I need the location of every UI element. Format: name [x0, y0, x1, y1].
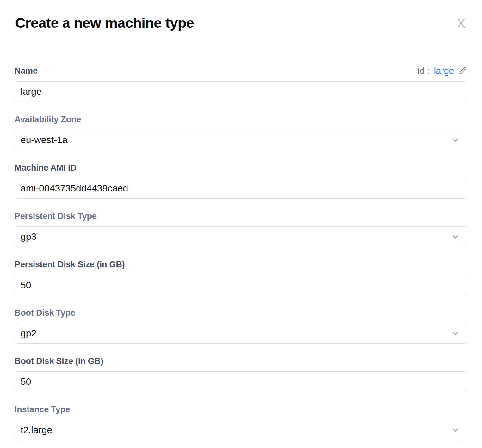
boot-disk-type-label: Boot Disk Type [15, 308, 75, 318]
instance-type-select[interactable]: t2.large [15, 420, 467, 440]
name-input[interactable] [15, 81, 467, 102]
field-row-name: Name Id : large [15, 66, 467, 102]
id-value: large [434, 66, 454, 76]
availability-zone-label: Availability Zone [15, 115, 81, 124]
field-row-boot-disk-size: Boot Disk Size (in GB) [15, 356, 467, 392]
persistent-disk-type-value: gp3 [21, 231, 451, 242]
field-row-persistent-disk-type: Persistent Disk Type gp3 [15, 211, 467, 247]
persistent-disk-size-input[interactable] [15, 275, 467, 295]
field-row-machine-ami-id: Machine AMI ID [15, 163, 467, 199]
field-row-boot-disk-type: Boot Disk Type gp2 [15, 308, 467, 344]
modal-header: Create a new machine type [0, 0, 482, 46]
edit-id-button[interactable] [458, 66, 467, 76]
boot-disk-size-label: Boot Disk Size (in GB) [15, 356, 103, 366]
chevron-down-icon [451, 232, 460, 241]
boot-disk-type-value: gp2 [21, 328, 451, 339]
chevron-down-icon [451, 425, 460, 435]
instance-type-label: Instance Type [15, 405, 70, 415]
pencil-icon [458, 66, 467, 76]
machine-ami-id-label: Machine AMI ID [15, 163, 77, 173]
machine-ami-id-input[interactable] [15, 178, 467, 199]
instance-type-value: t2.large [21, 425, 451, 435]
boot-disk-size-input[interactable] [15, 371, 467, 392]
field-row-instance-type: Instance Type t2.large [15, 405, 467, 440]
id-prefix: Id : [417, 66, 430, 76]
modal-body: Name Id : large [0, 46, 482, 440]
name-label: Name [15, 66, 38, 76]
create-machine-type-modal: Create a new machine type Name Id : larg… [0, 0, 482, 440]
close-icon [455, 17, 467, 29]
availability-zone-value: eu-west-1a [21, 135, 451, 145]
boot-disk-type-select[interactable]: gp2 [15, 323, 467, 344]
persistent-disk-type-select[interactable]: gp3 [15, 226, 467, 247]
field-row-persistent-disk-size: Persistent Disk Size (in GB) [15, 260, 467, 295]
id-badge: Id : large [417, 66, 467, 76]
field-row-availability-zone: Availability Zone eu-west-1a [15, 115, 467, 150]
modal-title: Create a new machine type [15, 15, 194, 31]
availability-zone-select[interactable]: eu-west-1a [15, 130, 467, 150]
persistent-disk-type-label: Persistent Disk Type [15, 211, 97, 221]
chevron-down-icon [451, 135, 460, 145]
persistent-disk-size-label: Persistent Disk Size (in GB) [15, 260, 125, 269]
close-button[interactable] [454, 16, 468, 30]
chevron-down-icon [451, 329, 460, 338]
